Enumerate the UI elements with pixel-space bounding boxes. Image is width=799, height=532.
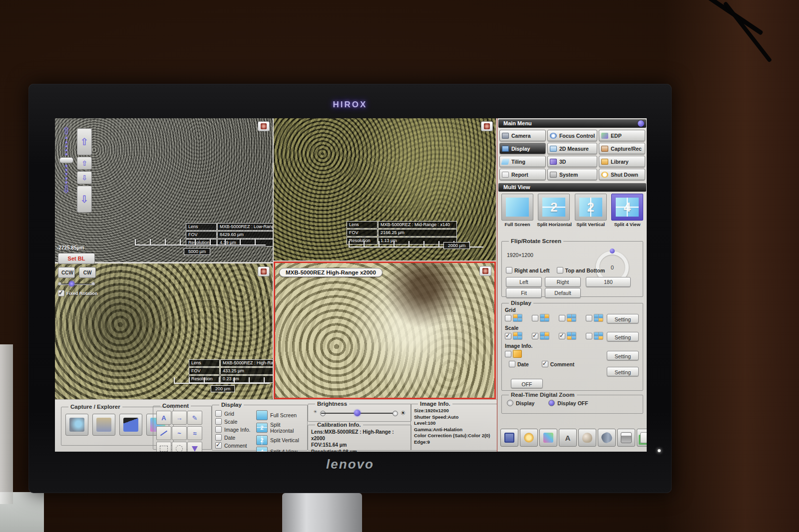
ccw-button[interactable]: CCW [58, 267, 75, 278]
fixed-rotation-checkbox[interactable] [58, 290, 64, 296]
comment-wave-button[interactable]: ≈ [187, 426, 202, 440]
capture-save-button[interactable] [92, 414, 115, 436]
light-source-icon[interactable] [520, 429, 538, 447]
comment-circle-button[interactable] [172, 442, 187, 452]
comment-arrow-button[interactable]: → [172, 411, 187, 425]
z-down-step-button[interactable]: ⇩ [77, 171, 92, 184]
date-comment-setting-button[interactable]: Setting [607, 367, 639, 376]
z-slider[interactable]: ⇧ ▲▲▲▲▲ ▼▼▼▼▼ ⇩ [60, 126, 73, 241]
scale-q4-checkbox[interactable] [586, 333, 592, 339]
grid-setting-button[interactable]: Setting [607, 314, 639, 323]
grid-q4-checkbox[interactable] [586, 315, 592, 321]
default-button[interactable]: Default [545, 288, 581, 298]
image-info-overlay-checkbox[interactable] [505, 351, 511, 357]
split-vertical-icon[interactable]: 2 [256, 435, 268, 445]
printer-icon[interactable] [617, 429, 635, 447]
rotation-dial-knob[interactable] [610, 249, 615, 254]
record-movie-button[interactable] [119, 414, 142, 436]
set-bl-button[interactable]: Set BL [58, 253, 95, 264]
menu-library-button[interactable]: Library [599, 156, 645, 167]
split-vertical-button[interactable]: 2 Split Vertical [574, 194, 608, 227]
quadrant-bl-icon [567, 332, 576, 340]
date-overlay-checkbox[interactable] [509, 361, 515, 367]
comment-rectangle-button[interactable] [156, 442, 171, 452]
menu-system-button[interactable]: System [547, 169, 597, 180]
menu-display-button[interactable]: Display [499, 143, 546, 154]
date-checkbox[interactable] [215, 434, 222, 441]
capture-image-button[interactable] [65, 414, 88, 436]
menu-capture-rec-button[interactable]: Capture/Rec [599, 143, 645, 154]
full-screen-button[interactable]: Full Screen [500, 194, 534, 227]
z-up-fast-button[interactable]: ⇧ [77, 128, 92, 155]
digital-zoom-display-radio[interactable] [507, 400, 513, 406]
calibration-info-group: Calibration Info. Lens:MXB-5000REZ : Hig… [308, 422, 411, 451]
menu-3d-button[interactable]: 3D [547, 156, 597, 167]
split-4-view-icon[interactable]: 4 [256, 447, 268, 452]
fit-button[interactable]: Fit [506, 288, 542, 298]
capture-camera-icon[interactable] [258, 266, 270, 276]
comment-note-button[interactable]: ✎ [187, 411, 202, 425]
menu-tiling-button[interactable]: Tiling [499, 156, 546, 167]
scale-q1-checkbox[interactable] [505, 333, 511, 339]
comment-brush-button[interactable] [187, 442, 202, 452]
z-slider-thumb[interactable] [59, 157, 73, 163]
z-up-step-button[interactable]: ⇧ [77, 157, 92, 170]
rotate-left-button[interactable]: Left [506, 277, 542, 287]
color-display-icon[interactable] [539, 429, 557, 447]
scale-q2-checkbox[interactable] [532, 333, 538, 339]
flip-right-left-checkbox[interactable] [506, 267, 512, 273]
rotation-slider-thumb[interactable] [69, 281, 74, 286]
capture-camera-icon[interactable] [479, 266, 491, 276]
split-horizontal-icon[interactable]: 2 [256, 423, 268, 433]
main-menu-grid: Camera Focus Control EDP Display 2D Meas… [497, 128, 647, 182]
digital-zoom-display-off-radio[interactable] [548, 400, 555, 406]
scale-setting-button[interactable]: Setting [607, 332, 639, 341]
scale-checkbox[interactable] [215, 418, 222, 425]
full-screen-icon[interactable] [256, 410, 268, 420]
text-annotation-icon[interactable]: A [559, 429, 577, 447]
menu-shutdown-button[interactable]: Shut Down [599, 169, 645, 180]
rotation-slider[interactable] [58, 282, 95, 286]
pointer-capture-icon[interactable] [578, 429, 596, 447]
menu-report-button[interactable]: Report [499, 169, 546, 180]
quadrant-x2000-selected[interactable]: MXB-5000REZ High-Range x2000 [274, 262, 496, 399]
menu-2d-measure-button[interactable]: 2D Measure [547, 143, 597, 154]
image-info-setting-button[interactable]: Setting [607, 351, 639, 360]
fov-value: 433.25 µm [220, 367, 273, 375]
rotate-right-button[interactable]: Right [545, 277, 581, 287]
brightness-thumb[interactable] [354, 410, 361, 416]
brightness-slider[interactable]: ☀ ☀ [314, 410, 405, 417]
export-image-icon[interactable] [637, 429, 647, 447]
overlay-off-button[interactable]: OFF [511, 379, 543, 388]
comment-line-button[interactable] [156, 426, 171, 440]
comment-overlay-checkbox[interactable] [542, 361, 548, 367]
grid-checkbox[interactable] [215, 410, 222, 417]
menu-edp-button[interactable]: EDP [599, 130, 645, 141]
grid-q3-checkbox[interactable] [559, 315, 565, 321]
comment-text-button[interactable]: A [156, 411, 171, 425]
menu-focus-control-button[interactable]: Focus Control [547, 130, 597, 141]
grid-q1-checkbox[interactable] [505, 315, 511, 321]
scale-bar-label: 2000 µm [443, 242, 470, 249]
split-4-view-button[interactable]: 4 Split 4 View [610, 194, 644, 227]
grid-q2-checkbox[interactable] [532, 315, 538, 321]
flip-top-bottom-checkbox[interactable] [557, 267, 563, 273]
globe-icon[interactable] [638, 120, 644, 127]
image-info-checkbox[interactable] [215, 426, 222, 433]
quadrant-tl-icon [513, 314, 522, 322]
control-panel-icon[interactable] [500, 429, 518, 447]
menu-camera-button[interactable]: Camera [499, 130, 546, 141]
capture-camera-icon[interactable] [258, 121, 270, 131]
capture-camera-icon[interactable] [481, 121, 493, 131]
comment-freehand-button[interactable]: ~ [172, 426, 187, 440]
cw-button[interactable]: CW [79, 267, 96, 278]
scale-q3-checkbox[interactable] [559, 333, 565, 339]
comment-checkbox[interactable] [215, 442, 222, 449]
rotate-180-button[interactable]: 180 [586, 277, 631, 287]
z-down-fast-button[interactable]: ⇩ [77, 186, 92, 213]
split-horizontal-button[interactable]: 2 Split Horizontal [537, 194, 571, 227]
lens-tool-icon[interactable] [598, 429, 616, 447]
bright-sun-icon: ☀ [400, 409, 406, 417]
multi-view-buttons: Full Screen 2 Split Horizontal 2 Split V… [497, 192, 647, 227]
quadrant-mid-range[interactable]: LensMXB-5000REZ : Mid-Range : x140 FOV21… [274, 118, 496, 261]
